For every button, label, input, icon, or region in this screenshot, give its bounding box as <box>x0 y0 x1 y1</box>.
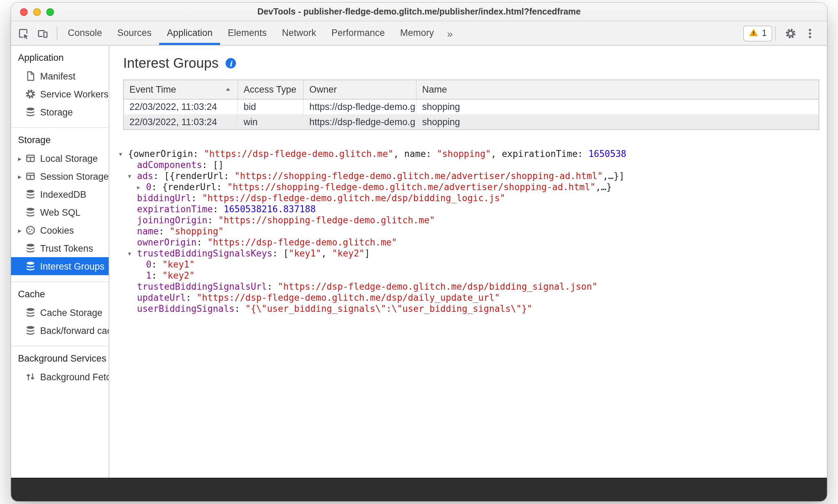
tab-sources[interactable]: Sources <box>110 21 159 45</box>
tree-line[interactable]: ▾ads: [{renderUrl: "https://shopping-fle… <box>113 171 827 182</box>
sidebar-item-interest-groups[interactable]: Interest Groups <box>11 257 109 275</box>
tab-console[interactable]: Console <box>60 21 110 45</box>
sidebar-item-trust-tokens[interactable]: Trust Tokens <box>11 239 109 257</box>
tree-line[interactable]: expirationTime: 1650538216.837188 <box>113 204 827 215</box>
tree-line[interactable]: adComponents: [] <box>113 160 827 171</box>
tab-performance[interactable]: Performance <box>324 21 393 45</box>
collapse-icon[interactable]: ▾ <box>128 248 137 259</box>
sidebar: ApplicationManifestService WorkersStorag… <box>11 46 109 478</box>
expand-icon[interactable]: ▸ <box>15 226 24 234</box>
background-page-strip <box>11 478 827 501</box>
sidebar-item-session-storage[interactable]: ▸Session Storage <box>11 167 109 185</box>
table-body: 22/03/2022, 11:03:24bidhttps://dsp-fledg… <box>124 99 819 130</box>
sidebar-item-local-storage[interactable]: ▸Local Storage <box>11 149 109 167</box>
database-icon <box>24 206 36 218</box>
more-panels-button[interactable]: » <box>441 21 458 45</box>
sidebar-item-label: IndexedDB <box>40 189 86 199</box>
toolbar-left-icons <box>11 21 54 45</box>
page-title-row: Interest Groups <box>123 55 827 71</box>
info-icon[interactable] <box>226 58 236 68</box>
tab-network[interactable]: Network <box>274 21 324 45</box>
database-icon <box>24 242 36 254</box>
inspect-icon[interactable] <box>14 24 32 42</box>
tree-line[interactable]: 0: "key1" <box>113 259 827 270</box>
sidebar-item-cache-storage[interactable]: Cache Storage <box>11 304 109 321</box>
database-icon <box>24 307 36 318</box>
sidebar-item-indexeddb[interactable]: IndexedDB <box>11 185 109 203</box>
close-button[interactable] <box>20 8 28 16</box>
collapse-icon[interactable]: ▾ <box>128 171 137 182</box>
device-toolbar-icon[interactable] <box>33 24 51 42</box>
up-down-arrows-icon <box>24 371 36 383</box>
tree-line[interactable]: ownerOrigin: "https://dsp-fledge-demo.gl… <box>113 237 827 248</box>
window-controls <box>20 3 54 21</box>
tree-line[interactable]: 1: "key2" <box>113 270 827 281</box>
tree-line[interactable]: ▸0: {renderUrl: "https://shopping-fledge… <box>113 182 827 193</box>
collapse-icon[interactable]: ▾ <box>119 149 128 160</box>
expand-icon[interactable]: ▸ <box>137 182 146 193</box>
sidebar-section-title-storage: Storage <box>11 131 109 149</box>
events-table: Event TimeAccess TypeOwnerName 22/03/202… <box>123 80 819 130</box>
window-title: DevTools - publisher-fledge-demo.glitch.… <box>257 7 581 17</box>
table-cell: shopping <box>416 99 819 114</box>
expand-icon[interactable]: ▸ <box>15 172 24 180</box>
sidebar-item-label: Interest Groups <box>40 261 104 271</box>
sidebar-item-manifest[interactable]: Manifest <box>11 67 109 85</box>
sort-asc-icon <box>224 86 232 93</box>
table-icon <box>24 152 36 164</box>
table-row[interactable]: 22/03/2022, 11:03:24bidhttps://dsp-fledg… <box>124 99 819 114</box>
sidebar-item-cookies[interactable]: ▸Cookies <box>11 221 109 239</box>
tree-line[interactable]: ▾{ownerOrigin: "https://dsp-fledge-demo.… <box>113 149 827 160</box>
warning-icon <box>749 27 758 39</box>
table-row[interactable]: 22/03/2022, 11:03:24winhttps://dsp-fledg… <box>124 114 819 130</box>
sidebar-item-web-sql[interactable]: Web SQL <box>11 203 109 221</box>
sidebar-item-label: Manifest <box>40 71 75 81</box>
column-header-event-time[interactable]: Event Time <box>124 80 238 99</box>
tab-memory[interactable]: Memory <box>392 21 441 45</box>
column-label: Name <box>422 84 447 95</box>
sidebar-item-label: Back/forward cache <box>40 325 109 336</box>
panel-content: ApplicationManifestService WorkersStorag… <box>11 46 827 478</box>
sidebar-section-application: ApplicationManifestService WorkersStorag… <box>11 46 109 128</box>
column-header-name[interactable]: Name <box>416 80 819 99</box>
tree-line[interactable]: updateUrl: "https://dsp-fledge-demo.glit… <box>113 292 827 304</box>
tree-line[interactable]: userBiddingSignals: "{\"user_bidding_sig… <box>113 304 827 315</box>
issues-badge[interactable]: 1 <box>743 25 772 41</box>
sidebar-item-back-forward-cache[interactable]: Back/forward cache <box>11 321 109 339</box>
tab-elements[interactable]: Elements <box>220 21 274 45</box>
database-icon <box>24 260 36 272</box>
sidebar-item-label: Cache Storage <box>40 307 102 318</box>
toolbar-separator <box>57 26 57 40</box>
tree-line[interactable]: biddingUrl: "https://dsp-fledge-demo.gli… <box>113 193 827 204</box>
sidebar-item-label: Storage <box>40 107 73 117</box>
toolbar-right-icons <box>778 24 821 42</box>
tree-line[interactable]: trustedBiddingSignalsUrl: "https://dsp-f… <box>113 281 827 292</box>
tab-application[interactable]: Application <box>159 21 220 45</box>
tree-line[interactable]: name: "shopping" <box>113 226 827 237</box>
toolbar-separator <box>775 26 776 40</box>
gear-icon[interactable] <box>781 24 799 42</box>
panel-tabs: ConsoleSourcesApplicationElementsNetwork… <box>60 21 441 45</box>
column-label: Owner <box>309 84 337 95</box>
tree-line[interactable]: ▾trustedBiddingSignalsKeys: ["key1", "ke… <box>113 248 827 259</box>
json-tree: ▾{ownerOrigin: "https://dsp-fledge-demo.… <box>113 149 827 315</box>
table-cell: bid <box>238 99 303 114</box>
column-header-owner[interactable]: Owner <box>303 80 416 99</box>
maximize-button[interactable] <box>46 8 54 16</box>
database-icon <box>24 325 36 336</box>
issues-count: 1 <box>762 28 767 38</box>
table-header: Event TimeAccess TypeOwnerName <box>124 80 819 99</box>
column-label: Access Type <box>244 84 297 95</box>
column-header-access-type[interactable]: Access Type <box>238 80 303 99</box>
tree-line[interactable]: joiningOrigin: "https://shopping-fledge-… <box>113 215 827 226</box>
sidebar-item-service-workers[interactable]: Service Workers <box>11 85 109 103</box>
menu-dots-icon[interactable] <box>801 24 819 42</box>
sidebar-item-storage[interactable]: Storage <box>11 103 109 121</box>
table-icon <box>24 170 36 182</box>
column-label: Event Time <box>129 84 176 95</box>
table-cell: shopping <box>416 114 819 130</box>
minimize-button[interactable] <box>33 8 41 16</box>
sidebar-section-background-services: Background ServicesBackground Fetch <box>11 346 109 392</box>
sidebar-item-background-fetch[interactable]: Background Fetch <box>11 368 109 386</box>
expand-icon[interactable]: ▸ <box>15 155 24 162</box>
